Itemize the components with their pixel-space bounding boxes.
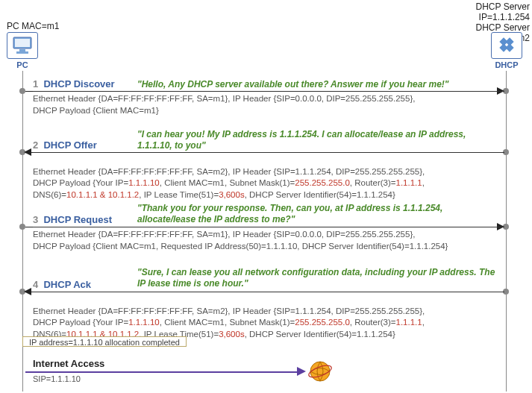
step-number: 1: [33, 78, 38, 89]
lease-time: 3,600s: [219, 190, 245, 199]
txt: , Client MAC=m1, Subnet Mask(1)=: [160, 318, 295, 327]
server-ip-label: DHCP Server IP=1.1.1.254: [476, 1, 530, 22]
txt: , Router(3)=: [350, 318, 396, 327]
txt: , IP Lease Time(51)=: [139, 190, 219, 199]
step-3-detail: Ethernet Header {DA=FF:FF:FF:FF:FF:FF, S…: [33, 227, 504, 252]
step-2-quote: "I can hear you! My IP address is 1.1.1.…: [137, 129, 495, 151]
step-4-detail: Ethernet Header {DA=FF:FF:FF:FF:FF:FF, S…: [33, 292, 504, 340]
router: 1.1.1.1: [396, 178, 422, 187]
txt: , Router(3)=: [350, 178, 396, 187]
allocation-note: IP address=1.1.1.10 allocation completed: [22, 336, 187, 347]
marker-icon: [19, 224, 25, 230]
dhcp-caption: DHCP: [491, 60, 522, 69]
step-2-label: 2 DHCP Offer: [33, 139, 97, 151]
globe-icon: [307, 359, 333, 384]
router: 1.1.1.1: [396, 318, 422, 327]
arrow-head-icon: [297, 367, 306, 376]
your-ip: 1.1.1.10: [128, 318, 160, 327]
lease-time: 3,600s: [219, 330, 245, 339]
step-name: DHCP Offer: [43, 139, 96, 151]
step-number: 2: [33, 139, 38, 151]
marker-icon: [19, 88, 25, 94]
svg-rect-1: [15, 39, 30, 47]
step-3-quote: "Thank you for your response. Then, can …: [137, 203, 495, 225]
txt: , Client MAC=m1, Subnet Mask(1)=: [160, 178, 295, 187]
your-ip: 1.1.1.10: [128, 178, 160, 187]
pc-actor: PC: [7, 32, 38, 69]
step-1-detail: Ethernet Header {DA=FF:FF:FF:FF:FF:FF, S…: [33, 91, 504, 116]
internet-arrow: [25, 371, 298, 373]
subnet-mask: 255.255.255.0: [295, 178, 350, 187]
step-number: 3: [33, 214, 38, 225]
step-4-quote: "Sure, I can lease you all network confi…: [137, 267, 495, 289]
arrow-head-icon: [24, 148, 31, 156]
pc-mac-label: PC MAC=m1: [7, 21, 59, 31]
txt: , DHCP Server Identifier(54)=1.1.1.254}: [245, 330, 395, 339]
step-2-detail: Ethernet Header {DA=FF:FF:FF:FF:FF:FF, S…: [33, 152, 504, 201]
sip-label: SIP=1.1.1.10: [33, 374, 81, 383]
step-4-label: 4 DHCP Ack: [33, 279, 91, 290]
step-1-quote: "Hello, Any DHCP server available out th…: [137, 79, 495, 90]
pc-icon: [7, 32, 38, 59]
txt: , DHCP Server Identifier(54)=1.1.1.254}: [245, 190, 395, 199]
svg-point-8: [310, 362, 330, 381]
svg-rect-3: [16, 51, 28, 54]
step-number: 4: [33, 279, 38, 290]
arrow-head-icon: [24, 288, 31, 295]
dhcp-actor: DHCP: [491, 32, 522, 69]
svg-rect-7: [505, 43, 513, 51]
dns: 10.1.1.1 & 10.1.1.2: [66, 190, 139, 199]
step-name: DHCP Ack: [43, 279, 91, 290]
step-1-label: 1 DHCP Discover: [33, 78, 115, 89]
dhcp-lifeline: [506, 71, 507, 392]
step-3-label: 3 DHCP Request: [33, 214, 112, 225]
internet-access-label: Internet Access: [33, 358, 104, 369]
dhcp-icon: [491, 32, 522, 59]
sequence-diagram: PC MAC=m1 DHCP Server IP=1.1.1.254 DHCP …: [0, 0, 532, 393]
step-name: DHCP Request: [43, 214, 112, 225]
svg-rect-2: [19, 49, 25, 51]
pc-caption: PC: [7, 60, 38, 69]
step-name: DHCP Discover: [43, 78, 114, 89]
subnet-mask: 255.255.255.0: [295, 318, 350, 327]
